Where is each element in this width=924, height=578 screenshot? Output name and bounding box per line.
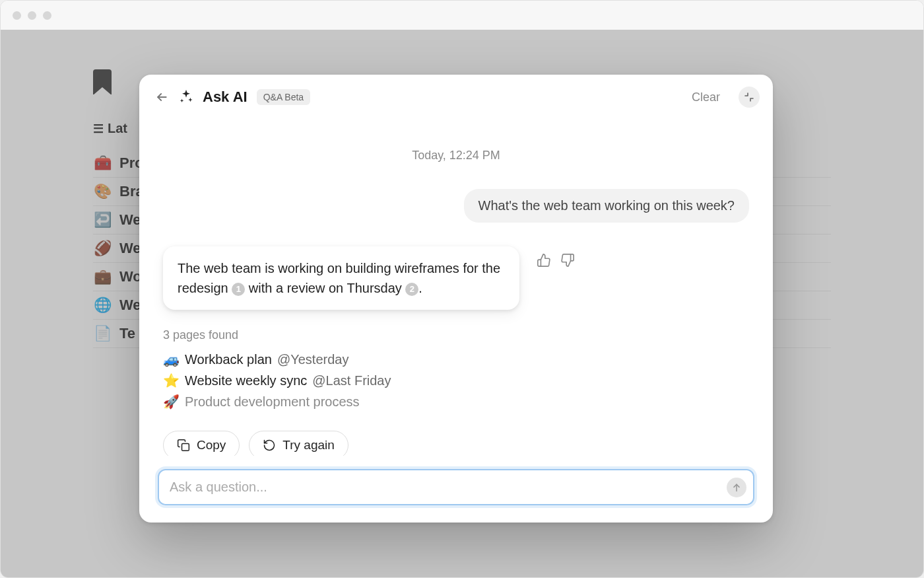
undo-icon: ↩️: [93, 211, 112, 229]
source-title: Product development process: [185, 394, 360, 410]
palette-icon: 🎨: [93, 183, 112, 200]
citation-badge-2[interactable]: 2: [405, 283, 418, 296]
tab-label[interactable]: Lat: [108, 121, 127, 136]
beta-badge: Q&A Beta: [257, 89, 310, 105]
try-again-button[interactable]: Try again: [249, 431, 348, 456]
football-icon: 🏈: [93, 240, 112, 257]
nav-label: Wo: [119, 268, 142, 285]
collapse-button[interactable]: [739, 87, 760, 108]
retry-icon: [263, 439, 276, 452]
modal-footer: [139, 456, 773, 523]
traffic-light-zoom[interactable]: [43, 11, 51, 20]
svg-rect-1: [182, 444, 189, 451]
copy-button[interactable]: Copy: [163, 431, 240, 456]
list-icon: ☰: [93, 122, 104, 136]
nav-label: We: [119, 211, 141, 229]
traffic-light-close[interactable]: [13, 11, 21, 20]
ask-input-wrap: [158, 469, 754, 505]
bookmark-icon: [93, 69, 112, 94]
source-title: Website weekly sync: [185, 373, 307, 388]
nav-label: Te: [119, 325, 135, 342]
rocket-icon: 🚀: [163, 394, 180, 410]
ask-input[interactable]: [159, 470, 753, 504]
thumbs-down-icon[interactable]: [560, 253, 575, 268]
clear-button[interactable]: Clear: [692, 90, 720, 104]
source-pages-list: 🚙 Workback plan @Yesterday ⭐ Website wee…: [163, 349, 749, 412]
source-date: @Last Friday: [312, 373, 391, 388]
modal-title: Ask AI: [203, 89, 248, 106]
car-icon: 🚙: [163, 351, 180, 367]
thumbs-up-icon[interactable]: [537, 253, 551, 268]
modal-body: Today, 12:24 PM What's the web team work…: [139, 114, 773, 456]
mac-titlebar: [1, 1, 923, 30]
source-page[interactable]: 🚀 Product development process: [163, 391, 749, 412]
app-window: ☰ Lat 🧰Pro 🎨Bra ↩️We 🏈We 💼Wo 🌐We 📄Te Ask…: [0, 0, 924, 578]
collapse-icon: [744, 92, 754, 102]
nav-label: We: [119, 297, 141, 314]
sparkle-icon: [179, 89, 193, 106]
briefcase-icon: 💼: [93, 268, 112, 285]
star-icon: ⭐: [163, 373, 180, 388]
source-title: Workback plan: [185, 352, 272, 367]
user-message: What's the web team working on this week…: [464, 189, 749, 223]
try-again-label: Try again: [282, 438, 335, 452]
traffic-light-minimize[interactable]: [28, 11, 36, 20]
source-page[interactable]: 🚙 Workback plan @Yesterday: [163, 349, 749, 370]
toolbox-icon: 🧰: [93, 155, 112, 172]
send-button[interactable]: [727, 478, 746, 497]
ai-text-part: with a review on Thursday: [245, 281, 405, 295]
globe-icon: 🌐: [93, 297, 112, 314]
ai-message: The web team is working on building wire…: [163, 246, 519, 310]
arrow-left-icon: [155, 90, 168, 104]
conversation-timestamp: Today, 12:24 PM: [163, 149, 749, 163]
copy-label: Copy: [197, 438, 226, 452]
arrow-up-icon: [731, 482, 742, 493]
ai-text-part: .: [418, 281, 422, 295]
document-icon: 📄: [93, 325, 112, 342]
action-row: Copy Try again: [163, 431, 749, 456]
citation-badge-1[interactable]: 1: [232, 283, 245, 296]
back-button[interactable]: [154, 89, 170, 105]
feedback-row: [537, 246, 575, 268]
source-date: @Yesterday: [277, 352, 349, 367]
ask-ai-modal: Ask AI Q&A Beta Clear Today, 12:24 PM Wh…: [139, 75, 773, 523]
source-page[interactable]: ⭐ Website weekly sync @Last Friday: [163, 370, 749, 391]
nav-label: We: [119, 240, 141, 257]
pages-found-label: 3 pages found: [163, 328, 749, 342]
modal-header: Ask AI Q&A Beta Clear: [139, 75, 773, 114]
copy-icon: [177, 439, 190, 452]
